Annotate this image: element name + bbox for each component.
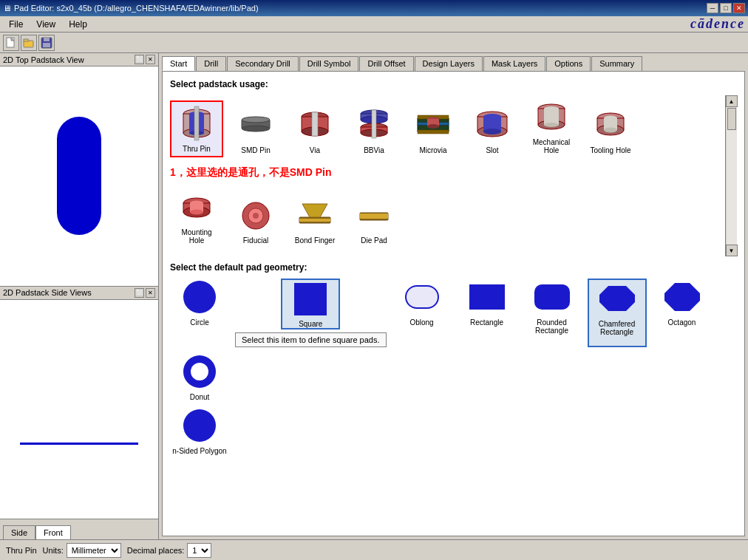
side-view-restore[interactable]: ⬜ <box>135 288 144 298</box>
content-panel: Select padstack usage: <box>162 71 745 536</box>
nsided-row: n-Sided Polygon <box>170 407 737 455</box>
tab-design-layers[interactable]: Design Layers <box>415 56 483 71</box>
annotation-text: 1，这里选的是通孔，不是SMD Pin <box>170 166 737 180</box>
pad-fiducial[interactable]: Fiducial <box>229 194 282 247</box>
open-button[interactable] <box>21 35 37 51</box>
circle-label: Circle <box>190 318 209 327</box>
side-view-close[interactable]: ✕ <box>146 288 155 298</box>
pad-die-pad[interactable]: Die Pad <box>347 194 401 247</box>
pad-smd-pin[interactable]: SMD Pin <box>229 103 282 157</box>
decimal-item: Decimal places: 1 2 3 4 <box>127 543 212 558</box>
pad-microvia[interactable]: Microvia <box>407 103 460 157</box>
menu-view[interactable]: View <box>30 18 61 31</box>
menu-file[interactable]: File <box>3 18 29 31</box>
units-select[interactable]: Millimeter Inch Mil <box>67 543 121 558</box>
pad-mechanical-hole[interactable]: Mechanical Hole <box>525 95 578 157</box>
toolbar <box>0 33 748 53</box>
padstack-usage-title: Select padstack usage: <box>170 79 737 89</box>
cadence-logo: cādence <box>690 16 745 32</box>
tab-summary[interactable]: Summary <box>591 56 642 71</box>
save-button[interactable] <box>38 35 55 51</box>
right-panel: Start Drill Secondary Drill Drill Symbol… <box>159 53 748 539</box>
slot-label: Slot <box>486 146 498 154</box>
close-button[interactable]: ✕ <box>733 3 745 13</box>
svg-rect-69 <box>406 286 438 308</box>
tab-secondary-drill[interactable]: Secondary Drill <box>227 56 299 71</box>
top-view-title: 2D Top Padstack View <box>3 55 84 64</box>
svg-rect-20 <box>312 112 318 136</box>
geom-rounded-rectangle[interactable]: Rounded Rectangle <box>523 279 582 347</box>
via-label: Via <box>310 146 320 154</box>
geometry-title: Select the default pad geometry: <box>170 262 737 273</box>
pad-via[interactable]: Via <box>288 103 341 157</box>
geom-oblong[interactable]: Oblong <box>392 279 452 347</box>
tab-options[interactable]: Options <box>546 56 591 71</box>
mounting-hole-label: Mounting Hole <box>173 228 220 245</box>
svg-point-15 <box>242 117 270 123</box>
svg-rect-13 <box>194 106 199 140</box>
thru-pin-label: Thru Pin <box>183 145 211 153</box>
geom-chamfered-rectangle[interactable]: Chamfered Rectangle <box>588 279 647 347</box>
geom-circle[interactable]: Circle <box>170 279 229 347</box>
window-title: Pad Editor: s2x0_45b (D:/allegro_CHENSHA… <box>14 4 259 13</box>
tab-front[interactable]: Front <box>35 525 71 539</box>
rectangle-label: Rectangle <box>470 318 503 327</box>
svg-rect-63 <box>299 219 330 222</box>
top-view-close[interactable]: ✕ <box>146 55 155 64</box>
svg-point-46 <box>544 123 559 127</box>
pad-slot[interactable]: Slot <box>466 103 519 157</box>
geom-donut[interactable]: Donut <box>170 353 229 401</box>
svg-point-58 <box>190 210 203 215</box>
tab-start[interactable]: Start <box>162 56 195 71</box>
bottom-tabs: Side Front <box>0 519 158 539</box>
geom-octagon[interactable]: Octagon <box>653 279 712 347</box>
nsided-polygon-label: n-Sided Polygon <box>172 447 226 455</box>
octagon-label: Octagon <box>668 318 696 327</box>
pad-thru-pin[interactable]: Thru Pin <box>170 100 223 157</box>
tab-drill[interactable]: Drill <box>196 56 226 71</box>
svg-rect-5 <box>44 38 50 41</box>
left-panel: 2D Top Padstack View ⬜ ✕ 2D Padstack Sid… <box>0 53 159 539</box>
scroll-down-btn[interactable]: ▼ <box>726 245 738 256</box>
side-view-title: 2D Padstack Side Views <box>3 288 92 297</box>
geom-square[interactable]: Square <box>281 279 340 329</box>
title-bar-buttons: ─ □ ✕ <box>707 3 745 13</box>
padstack-scrollbar[interactable]: ▲ ▼ <box>725 95 737 256</box>
tab-side[interactable]: Side <box>3 525 35 539</box>
tab-drill-symbol[interactable]: Drill Symbol <box>299 56 359 71</box>
top-view-canvas <box>0 66 158 287</box>
geom-rectangle[interactable]: Rectangle <box>458 279 517 347</box>
pad-bbvia[interactable]: BBVia <box>347 103 401 157</box>
bond-finger-label: Bond Finger <box>295 236 335 245</box>
svg-marker-73 <box>664 283 700 311</box>
scroll-up-btn[interactable]: ▲ <box>726 95 738 107</box>
svg-rect-70 <box>469 284 505 310</box>
new-button[interactable] <box>3 35 19 51</box>
svg-point-40 <box>483 129 501 134</box>
pad-side-line <box>20 443 138 445</box>
decimal-select[interactable]: 1 2 3 4 <box>187 543 211 558</box>
scroll-thumb[interactable] <box>727 108 736 130</box>
menu-help[interactable]: Help <box>63 18 93 31</box>
svg-point-34 <box>427 124 439 129</box>
minimize-button[interactable]: ─ <box>707 3 718 13</box>
pad-mounting-hole[interactable]: Mounting Hole <box>170 185 223 247</box>
padstack-row-1: Thru Pin SMD Pin <box>170 95 737 157</box>
geom-nsided-polygon[interactable]: n-Sided Polygon <box>170 407 229 455</box>
geometry-section: Select the default pad geometry: Circle <box>170 262 737 455</box>
svg-point-75 <box>191 363 208 380</box>
pin-type-item: Thru Pin <box>6 546 37 555</box>
smd-pin-label: SMD Pin <box>241 146 270 154</box>
pad-bond-finger[interactable]: Bond Finger <box>288 194 341 247</box>
top-view-header: 2D Top Padstack View ⬜ ✕ <box>0 53 158 66</box>
maximize-button[interactable]: □ <box>720 3 732 13</box>
pad-top-shape <box>57 117 101 235</box>
tab-mask-layers[interactable]: Mask Layers <box>483 56 545 71</box>
svg-point-16 <box>242 126 270 132</box>
tab-drill-offset[interactable]: Drill Offset <box>359 56 413 71</box>
pad-tooling-hole[interactable]: Tooling Hole <box>584 103 637 157</box>
svg-rect-66 <box>360 214 388 219</box>
units-item: Units: Millimeter Inch Mil <box>43 543 121 558</box>
top-view-restore[interactable]: ⬜ <box>135 55 144 64</box>
svg-point-52 <box>604 128 617 133</box>
